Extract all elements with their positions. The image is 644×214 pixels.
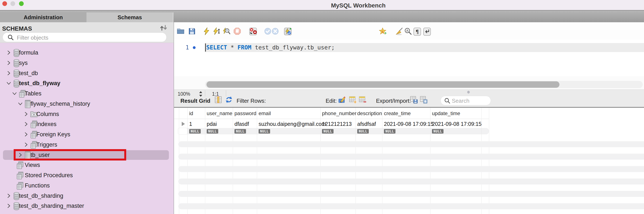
null-badge[interactable]: NULL [322, 129, 334, 134]
cell-user_name[interactable]: pdai [207, 121, 217, 127]
column-header-email[interactable]: email [258, 111, 271, 117]
tree-item-flyway-schema-history[interactable]: flyway_schema_history [0, 99, 174, 109]
cell-email[interactable]: suzhou.daipeng@gmail.com [258, 121, 326, 127]
column-separator[interactable] [257, 108, 257, 214]
cell-password[interactable]: dfasdf [234, 121, 249, 127]
column-separator[interactable] [356, 108, 356, 214]
chevron-right-icon[interactable] [24, 132, 28, 138]
column-header-update_time[interactable]: update_time [432, 111, 460, 117]
toggle-autocommit-icon[interactable] [284, 27, 292, 35]
save-script-icon[interactable] [188, 27, 196, 35]
tree-item-tb-user[interactable]: tb_user [0, 150, 174, 160]
cell-description[interactable]: afsdfsaf [357, 121, 376, 127]
chevron-right-icon[interactable] [6, 203, 11, 209]
schema-filter-input[interactable]: Filter objects [2, 33, 166, 42]
tree-item-test-db[interactable]: test_db [0, 68, 174, 78]
tree-item-test-db-flyway[interactable]: test_db_flyway [0, 78, 174, 88]
null-badge[interactable]: NULL [189, 129, 201, 134]
commit-icon[interactable] [264, 27, 272, 35]
tree-item-triggers[interactable]: Triggers [0, 140, 174, 150]
tree-item-views[interactable]: Views [0, 160, 174, 170]
null-badge[interactable]: NULL [234, 129, 246, 134]
tree-item-test-db-sharding[interactable]: test_db_sharding [0, 191, 174, 201]
pane-splitter-handle[interactable] [467, 91, 470, 93]
tree-item-sys[interactable]: sys [0, 58, 174, 68]
stop-icon[interactable] [234, 27, 241, 35]
cell-id[interactable]: 1 [189, 121, 192, 127]
execute-icon[interactable] [203, 27, 210, 35]
search-placeholder: Search [452, 97, 469, 104]
chevron-right-icon[interactable] [6, 193, 11, 199]
column-separator[interactable] [205, 108, 205, 214]
result-grid-table[interactable]: iduser_namepasswordemailphone_numberdesc… [174, 108, 644, 214]
tab-administration[interactable]: Administration [0, 13, 86, 22]
column-separator[interactable] [188, 108, 188, 214]
tab-schemas[interactable]: Schemas [86, 13, 174, 22]
tree-item-foreign-keys[interactable]: Foreign Keys [0, 129, 174, 140]
tree-item-functions[interactable]: Functions [0, 180, 174, 191]
column-separator[interactable] [233, 108, 233, 214]
beautify-icon[interactable] [395, 27, 403, 35]
chevron-right-icon[interactable] [6, 71, 11, 77]
import-records-icon[interactable] [420, 96, 428, 104]
tree-item-label: sys [19, 60, 28, 66]
tree-item-test-db-sharding-master[interactable]: test_db_sharding_master [0, 201, 174, 211]
explain-plan-icon[interactable] [222, 27, 230, 35]
insert-row-icon[interactable] [349, 96, 357, 104]
tree-item-indexes[interactable]: Indexes [0, 119, 174, 129]
cell-create_time[interactable]: 2021-09-08 17:09:15 [384, 121, 434, 127]
tree-item-stored-procedures[interactable]: Stored Procedures [0, 170, 174, 180]
chevron-down-icon[interactable] [6, 81, 11, 87]
cell-update_time[interactable]: 2021-09-08 17:09:15 [432, 121, 482, 127]
column-header-create_time[interactable]: create_time [384, 111, 410, 117]
chevron-down-icon[interactable] [12, 91, 17, 97]
chevron-right-icon[interactable] [24, 142, 28, 148]
hscroll-thumb[interactable] [206, 81, 560, 88]
chevron-down-icon[interactable] [18, 101, 23, 107]
delete-row-icon[interactable] [358, 96, 367, 104]
grid-icon[interactable] [214, 96, 222, 104]
column-header-phone_number[interactable]: phone_number [322, 111, 356, 117]
refresh-icon[interactable] [225, 96, 233, 104]
save-snippet-icon[interactable] [379, 27, 387, 35]
column-header-description[interactable]: description [357, 111, 382, 117]
column-separator[interactable] [179, 108, 179, 214]
open-script-icon[interactable] [177, 27, 184, 35]
chevron-right-icon[interactable] [24, 112, 28, 118]
column-header-id[interactable]: id [189, 111, 193, 117]
null-badge[interactable]: NULL [258, 129, 270, 134]
sheets-icon [16, 171, 24, 181]
sync-arrows-icon[interactable] [160, 24, 168, 33]
result-grid-search-input[interactable]: Search [440, 96, 491, 105]
zoom-stepper-icon[interactable] [198, 91, 204, 98]
tree-item-columns[interactable]: Columns [0, 109, 174, 119]
tree-item-tables[interactable]: Tables [0, 88, 174, 99]
toggle-invisibles-icon[interactable]: ¶ [413, 27, 421, 35]
null-badge[interactable]: NULL [432, 129, 444, 134]
new-row-gutter-cell[interactable] [178, 128, 188, 135]
null-badge[interactable]: NULL [357, 129, 369, 134]
find-icon[interactable]: A [404, 27, 412, 35]
column-header-password[interactable]: password [234, 111, 256, 117]
cell-phone_number[interactable]: 1212121213 [322, 121, 352, 127]
export-recordset-icon[interactable] [410, 96, 418, 104]
execute-current-icon[interactable] [213, 27, 220, 35]
toggle-wrap-icon[interactable] [423, 27, 431, 35]
chevron-right-icon[interactable] [24, 122, 28, 128]
null-badge[interactable]: NULL [207, 129, 218, 134]
column-separator[interactable] [382, 108, 382, 214]
traffic-light-minimize[interactable] [10, 1, 15, 6]
chevron-right-icon[interactable] [6, 60, 11, 66]
toggle-stop-on-error-icon[interactable] [249, 27, 257, 35]
column-header-user_name[interactable]: user_name [207, 111, 232, 117]
sql-editor[interactable]: 1 SELECT * FROM test_db_flyway.tb_user; [174, 40, 644, 76]
rollback-icon[interactable] [272, 27, 279, 35]
sql-statement[interactable]: SELECT * FROM test_db_flyway.tb_user; [206, 44, 335, 51]
null-badge[interactable]: NULL [384, 129, 396, 134]
column-separator[interactable] [489, 108, 489, 214]
tree-item-formula[interactable]: formula [0, 48, 174, 58]
chevron-right-icon[interactable] [6, 50, 11, 56]
traffic-light-zoom[interactable] [19, 1, 24, 6]
traffic-light-close[interactable] [2, 1, 7, 6]
edit-record-icon[interactable] [338, 96, 346, 104]
